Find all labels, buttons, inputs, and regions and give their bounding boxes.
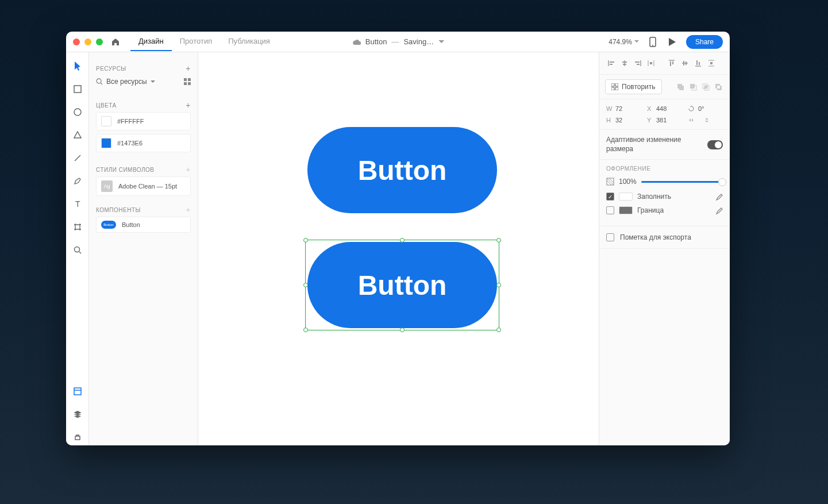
- boolean-subtract-button[interactable]: [687, 81, 699, 93]
- border-swatch[interactable]: [619, 206, 633, 214]
- resource-filter-dropdown[interactable]: Все ресурсы: [106, 78, 180, 86]
- align-bottom-button[interactable]: [692, 57, 704, 70]
- home-button[interactable]: [111, 37, 120, 47]
- save-status: Saving…: [403, 37, 434, 46]
- rectangle-tool[interactable]: [70, 81, 86, 97]
- tab-design[interactable]: Дизайн: [130, 32, 172, 51]
- share-button[interactable]: Share: [686, 35, 723, 49]
- svg-rect-42: [611, 87, 614, 90]
- mode-tabs: Дизайн Прототип Публикация: [130, 32, 278, 51]
- width-field[interactable]: W72: [606, 105, 641, 112]
- zoom-tool[interactable]: [70, 242, 86, 258]
- component-label: Button: [122, 221, 140, 228]
- border-checkbox[interactable]: [606, 206, 614, 214]
- char-style-item[interactable]: Ag Adobe Clean — 15pt: [96, 176, 191, 196]
- align-right-button[interactable]: [631, 57, 644, 70]
- tab-prototype[interactable]: Прототип: [172, 32, 221, 51]
- canvas-button-master[interactable]: Button: [307, 127, 497, 213]
- polygon-tool[interactable]: [70, 127, 86, 143]
- fill-label: Заполнить: [637, 193, 671, 201]
- layers-panel-toggle[interactable]: [70, 406, 86, 422]
- svg-rect-40: [611, 83, 614, 86]
- repeat-grid-button[interactable]: Повторить: [605, 79, 662, 94]
- selection-handle-ne[interactable]: [496, 238, 501, 243]
- plugins-panel-toggle[interactable]: [70, 429, 86, 445]
- line-tool[interactable]: [70, 150, 86, 166]
- doc-name: Button: [365, 37, 387, 46]
- svg-rect-20: [622, 61, 627, 63]
- distribute-v-button[interactable]: [705, 57, 718, 70]
- fill-eyedropper-icon[interactable]: [715, 193, 723, 201]
- svg-rect-8: [74, 388, 81, 395]
- close-button[interactable]: [73, 39, 80, 45]
- export-label: Пометка для экспорта: [620, 233, 691, 241]
- selection-handle-se[interactable]: [496, 328, 501, 332]
- responsive-label: Адаптивное изменение размера: [606, 136, 707, 153]
- resources-heading: РЕСУРСЫ: [96, 66, 126, 72]
- svg-rect-17: [610, 61, 614, 63]
- flip-buttons[interactable]: [688, 117, 723, 124]
- fill-swatch[interactable]: [619, 193, 633, 201]
- selection-handle-nw[interactable]: [303, 238, 308, 243]
- component-item-button[interactable]: Button Button: [96, 217, 191, 233]
- search-icon[interactable]: [96, 78, 103, 85]
- pen-tool[interactable]: [70, 173, 86, 189]
- svg-point-1: [652, 45, 653, 46]
- maximize-button[interactable]: [96, 39, 103, 45]
- svg-point-3: [74, 109, 81, 116]
- add-component-button[interactable]: +: [186, 205, 191, 214]
- button-text: Button: [358, 155, 447, 186]
- opacity-slider[interactable]: [641, 181, 723, 183]
- colors-heading: Цвета: [96, 102, 117, 109]
- export-checkbox[interactable]: [606, 233, 614, 241]
- grid-view-toggle[interactable]: [184, 78, 191, 85]
- color-asset-white[interactable]: #FFFFFF: [96, 112, 191, 130]
- text-tool[interactable]: T: [70, 196, 86, 212]
- border-eyedropper-icon[interactable]: [715, 206, 723, 214]
- opacity-value[interactable]: 100%: [619, 178, 637, 186]
- artboard-tool[interactable]: [70, 219, 86, 235]
- add-color-button[interactable]: +: [186, 101, 191, 110]
- selection-handle-e[interactable]: [496, 283, 501, 287]
- ellipse-tool[interactable]: [70, 104, 86, 120]
- align-top-button[interactable]: [665, 57, 678, 70]
- repeat-row: Повторить: [599, 75, 730, 99]
- selection-handle-w[interactable]: [303, 283, 308, 287]
- align-center-h-button[interactable]: [618, 57, 631, 70]
- align-left-button[interactable]: [605, 57, 618, 70]
- svg-rect-46: [690, 84, 695, 89]
- selection-handle-n[interactable]: [400, 238, 405, 243]
- add-char-style-button[interactable]: +: [186, 165, 191, 174]
- boolean-intersect-button[interactable]: [700, 81, 711, 93]
- zoom-dropdown[interactable]: 474.9%: [609, 38, 639, 46]
- svg-rect-33: [685, 61, 687, 65]
- titlebar: Дизайн Прототип Публикация Button — Savi…: [66, 32, 730, 52]
- play-button[interactable]: [667, 36, 678, 48]
- fill-checkbox[interactable]: ✓: [606, 193, 614, 201]
- assets-panel-toggle[interactable]: [70, 383, 86, 399]
- align-middle-button[interactable]: [679, 57, 691, 70]
- boolean-exclude-button[interactable]: [713, 81, 724, 93]
- svg-rect-24: [637, 64, 640, 65]
- document-title[interactable]: Button — Saving…: [352, 37, 444, 46]
- rotation-field[interactable]: 0°: [688, 105, 723, 112]
- svg-rect-23: [635, 61, 640, 63]
- distribute-h-button[interactable]: [645, 57, 657, 70]
- tab-share[interactable]: Публикация: [220, 32, 278, 51]
- app-window: Дизайн Прототип Публикация Button — Savi…: [66, 32, 730, 445]
- svg-line-7: [79, 252, 81, 253]
- canvas[interactable]: Button Button: [198, 52, 599, 445]
- export-row: Пометка для экспорта: [599, 226, 730, 249]
- select-tool[interactable]: [70, 58, 86, 74]
- add-resource-button[interactable]: +: [186, 64, 191, 73]
- boolean-union-button[interactable]: [675, 81, 686, 93]
- y-field[interactable]: Y381: [647, 117, 682, 124]
- responsive-toggle[interactable]: [707, 140, 723, 149]
- selection-handle-s[interactable]: [400, 328, 405, 332]
- device-preview-button[interactable]: [647, 36, 658, 48]
- selection-handle-sw[interactable]: [303, 328, 308, 332]
- x-field[interactable]: X448: [647, 105, 682, 112]
- color-asset-blue[interactable]: #1473E6: [96, 134, 191, 152]
- minimize-button[interactable]: [84, 39, 91, 45]
- height-field[interactable]: H32: [606, 117, 641, 124]
